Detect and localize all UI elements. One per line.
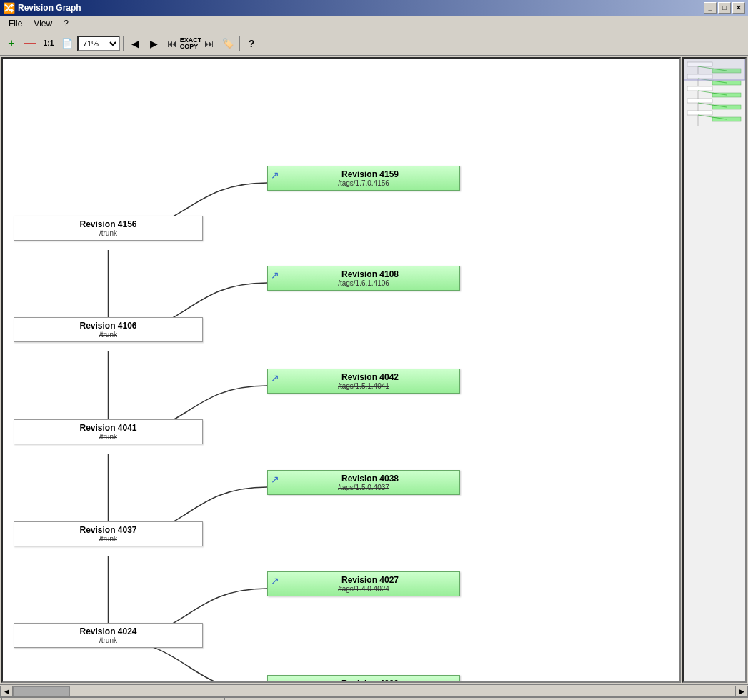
minimize-button[interactable]: _ [704, 2, 717, 14]
tag-node-icon: ↗ [271, 372, 279, 384]
one-to-one-button[interactable]: 1:1 [40, 35, 57, 52]
revision-node-r4038[interactable]: ↗ Revision 4038 /tags/1.5.0.4037 [267, 470, 460, 495]
revision-node-r4108[interactable]: ↗ Revision 4108 /tags/1.6.1.4106 [267, 266, 460, 291]
oneone-icon: 1:1 [44, 39, 54, 47]
revision-node-r4024[interactable]: Revision 4024 /trunk [14, 623, 203, 648]
revision-node-r4000[interactable]: ↗ Revision 4000 /tags/1.3.0.3999 [267, 675, 460, 683]
node-title: Revision 4156 [20, 219, 196, 229]
revision-node-r4042[interactable]: ↗ Revision 4042 /tags/1.5.1.4041 [267, 369, 460, 394]
node-path: /trunk [20, 331, 196, 339]
forward-button[interactable]: ▶ [145, 35, 162, 52]
node-title: Revision 4106 [20, 321, 196, 331]
node-path: /tags/1.4.0.4024 [274, 585, 454, 593]
h-scrollbar[interactable]: ◀ ▶ [0, 684, 748, 697]
graph-canvas[interactable]: ↗ Revision 4159 /tags/1.7.0.4156 Revisio… [1, 57, 681, 683]
tag-node-icon: ↗ [271, 679, 279, 683]
back-button[interactable]: ◀ [126, 35, 144, 52]
node-title: Revision 4108 [274, 269, 454, 279]
minimap-svg [684, 59, 745, 681]
graph-inner: ↗ Revision 4159 /tags/1.7.0.4156 Revisio… [3, 59, 646, 683]
node-path: /tags/1.5.1.4041 [274, 382, 454, 390]
tag-icon: 🏷️ [222, 38, 234, 49]
node-title: Revision 4024 [20, 626, 196, 636]
maximize-button[interactable]: □ [718, 2, 731, 14]
svg-rect-5 [687, 86, 712, 91]
node-title: Revision 4038 [274, 474, 454, 484]
zoom-select[interactable]: 71% 25% 50% 100% 150% 200% [77, 36, 120, 51]
prev-button[interactable]: ⏮ [164, 35, 181, 52]
revision-node-r4027[interactable]: ↗ Revision 4027 /tags/1.4.0.4024 [267, 571, 460, 596]
fit-button[interactable]: 📄 [59, 35, 76, 52]
svg-rect-16 [684, 59, 745, 80]
node-path: /tags/1.6.1.4106 [274, 279, 454, 287]
help-button[interactable]: ? [243, 35, 260, 52]
revision-node-r4156[interactable]: Revision 4156 /trunk [14, 216, 203, 241]
node-path: /trunk [20, 535, 196, 543]
plus-icon: + [8, 37, 14, 50]
minimap-inner [684, 59, 745, 681]
close-button[interactable]: ✕ [732, 2, 745, 14]
forward-icon: ▶ [150, 38, 158, 49]
next-button[interactable]: ⏭ [201, 35, 218, 52]
menu-help[interactable]: ? [58, 17, 74, 30]
title-bar: 🔀 Revision Graph _ □ ✕ [0, 0, 748, 16]
node-path: /trunk [20, 229, 196, 237]
main-container: ↗ Revision 4159 /tags/1.7.0.4156 Revisio… [0, 56, 748, 684]
node-title: Revision 4159 [274, 169, 454, 179]
node-path: /tags/1.7.0.4156 [274, 179, 454, 187]
tag-node-icon: ↗ [271, 575, 279, 586]
svg-rect-9 [687, 111, 712, 115]
revision-node-r4159[interactable]: ↗ Revision 4159 /tags/1.7.0.4156 [267, 166, 460, 191]
tag-node-icon: ↗ [271, 169, 279, 181]
add-button[interactable]: + [3, 35, 20, 52]
svg-rect-7 [687, 99, 712, 103]
node-path: /trunk [20, 636, 196, 644]
revision-node-r4037[interactable]: Revision 4037 /trunk [14, 521, 203, 546]
node-title: Revision 4042 [274, 372, 454, 382]
app-icon: 🔀 [3, 2, 15, 14]
toolbar-separator-2 [239, 36, 240, 51]
revision-node-r4106[interactable]: Revision 4106 /trunk [14, 317, 203, 342]
back-icon: ◀ [131, 38, 139, 49]
prev-icon: ⏮ [167, 38, 177, 49]
h-scrollbar-track[interactable] [13, 686, 735, 697]
h-scrollbar-thumb[interactable] [13, 686, 70, 696]
node-path: /tags/1.5.0.4037 [274, 484, 454, 491]
next-icon: ⏭ [204, 38, 214, 49]
window-controls[interactable]: _ □ ✕ [704, 2, 745, 14]
toolbar: + — 1:1 📄 71% 25% 50% 100% 150% 200% ◀ ▶… [0, 31, 748, 56]
minimap [682, 57, 747, 683]
tag-button[interactable]: 🏷️ [219, 35, 236, 52]
scroll-left-button[interactable]: ◀ [0, 686, 13, 697]
node-title: Revision 4000 [274, 679, 454, 683]
tag-node-icon: ↗ [271, 474, 279, 485]
exactcopy-icon: EXACTCOPY [180, 37, 202, 50]
node-title: Revision 4027 [274, 575, 454, 585]
remove-button[interactable]: — [21, 35, 39, 52]
menu-file[interactable]: File [3, 17, 28, 30]
menu-view[interactable]: View [28, 17, 58, 30]
status-bar: Showing 27 nodes Showing graph for \serv… [0, 697, 748, 700]
node-title: Revision 4041 [20, 423, 196, 433]
toolbar-separator-1 [123, 36, 124, 51]
node-title: Revision 4037 [20, 525, 196, 535]
window-title: Revision Graph [18, 3, 704, 13]
tag-node-icon: ↗ [271, 269, 279, 281]
revision-node-r4041[interactable]: Revision 4041 /trunk [14, 419, 203, 444]
help-icon: ? [249, 38, 255, 49]
menu-bar: File View ? [0, 16, 748, 31]
exact-copy-button[interactable]: EXACTCOPY [182, 35, 199, 52]
node-path: /trunk [20, 433, 196, 441]
minus-icon: — [24, 37, 36, 50]
fit-icon: 📄 [61, 38, 73, 49]
scroll-right-button[interactable]: ▶ [735, 686, 748, 697]
